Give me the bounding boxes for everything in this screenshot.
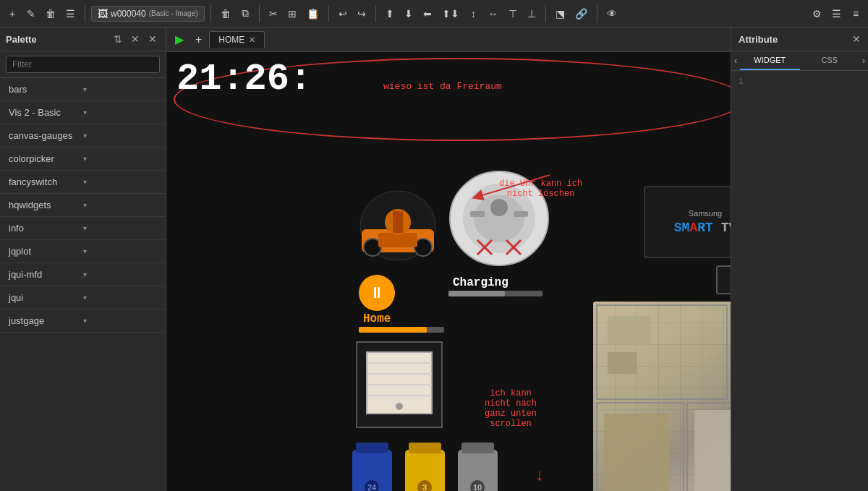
vacuum-robot[interactable] [448, 168, 550, 269]
garage-door-widget[interactable] [356, 341, 443, 428]
letter-a-widget[interactable]: A • [716, 265, 731, 294]
tab-widget-label[interactable]: 🖼 w000040 (Basic - Image) [91, 6, 205, 22]
ext-btn[interactable]: 🔗 [571, 4, 591, 23]
svg-rect-6 [393, 211, 403, 233]
align-btn-8[interactable]: ⊥ [524, 4, 540, 23]
svg-rect-12 [514, 211, 528, 217]
palette-item-canvas-gauges[interactable]: canvas-gauges ▾ [0, 124, 166, 148]
canvas-viewport[interactable]: 21:26: wieso ist da Freiraum [166, 52, 731, 491]
trash-bin-yellow[interactable]: 3 [401, 435, 448, 491]
svg-rect-36 [356, 443, 388, 453]
attr-prev-btn[interactable]: ‹ [731, 51, 740, 70]
list-btn-2[interactable]: ≡ [848, 4, 864, 23]
palette-item-vis2basic[interactable]: Vis 2 - Basic ▾ [0, 101, 166, 124]
svg-point-10 [490, 199, 508, 216]
tab-close-btn[interactable]: ✕ [249, 35, 255, 45]
palette-panel: Palette ⇅ ✕ ✕ bars ▾ Vis 2 - Basic ▾ can… [0, 27, 166, 491]
eye-btn[interactable]: 👁 [603, 4, 621, 23]
charging-label: Charging [453, 276, 509, 289]
gear-toolbar-btn[interactable]: ⚙ [809, 4, 825, 23]
attr-close-btn[interactable]: ✕ [852, 33, 861, 45]
separator-7 [597, 5, 597, 22]
export-btn[interactable]: ⬔ [552, 4, 569, 23]
align-btn-2[interactable]: ⬇ [401, 4, 417, 23]
dashboard-clock: 21:26: [176, 58, 312, 101]
mower-widget[interactable] [354, 182, 441, 269]
align-btn-3[interactable]: ⬅ [420, 4, 435, 23]
align-btn-5[interactable]: ↕ [466, 4, 482, 23]
main-layout: Palette ⇅ ✕ ✕ bars ▾ Vis 2 - Basic ▾ can… [0, 27, 868, 491]
svg-rect-27 [694, 410, 731, 491]
palette-sort-btn[interactable]: ⇅ [111, 32, 125, 46]
chevron-icon: ▾ [83, 201, 158, 209]
palette-item-label: colorpicker [9, 153, 83, 164]
play-canvas-btn[interactable]: ▶ [171, 31, 188, 48]
svg-rect-11 [470, 211, 485, 217]
toolbar: + ✎ 🗑 ☰ 🖼 w000040 (Basic - Image) 🗑 ⧉ ✂ … [0, 0, 868, 27]
svg-rect-40 [409, 443, 441, 453]
undo-button[interactable]: ↩ [335, 4, 351, 23]
separator-2 [210, 5, 211, 22]
paste-button[interactable]: 📋 [303, 4, 323, 23]
svg-rect-26 [604, 414, 669, 491]
palette-item-colorpicker[interactable]: colorpicker ▾ [0, 148, 166, 171]
delete2-button[interactable]: 🗑 [217, 4, 234, 23]
add-canvas-btn[interactable]: + [191, 32, 206, 48]
separator-3 [259, 5, 260, 22]
palette-item-label: bars [9, 84, 83, 95]
palette-item-justgage[interactable]: justgage ▾ [0, 309, 166, 333]
trash-bin-blue[interactable]: 24 [349, 435, 396, 491]
trash-bin-brown[interactable]: 10 [454, 435, 501, 491]
palette-item-hqwidgets[interactable]: hqwidgets ▾ [0, 194, 166, 217]
floorplan-widget[interactable] [593, 302, 731, 491]
align-btn-4[interactable]: ⬆⬇ [438, 4, 463, 23]
palette-filter-area [0, 51, 166, 78]
separator-4 [328, 5, 329, 22]
palette-item-label: canvas-gauges [9, 130, 83, 141]
attr-content: 1 [731, 71, 868, 491]
palette-item-jqui-mfd[interactable]: jqui-mfd ▾ [0, 263, 166, 286]
chevron-icon: ▾ [83, 317, 158, 325]
chevron-icon: ▾ [83, 178, 158, 186]
pause-button[interactable]: ⏸ [359, 275, 395, 311]
palette-item-jqplot[interactable]: jqplot ▾ [0, 240, 166, 263]
cut-button[interactable]: ✂ [265, 4, 281, 23]
palette-item-bars[interactable]: bars ▾ [0, 78, 166, 101]
align-btn-1[interactable]: ⬆ [382, 4, 398, 23]
redo-button[interactable]: ↪ [354, 4, 370, 23]
attr-next-btn[interactable]: › [859, 51, 868, 70]
align-btn-6[interactable]: ↔ [485, 4, 502, 23]
attr-tab-widget[interactable]: WIDGET [740, 51, 800, 70]
svg-rect-22 [608, 316, 651, 345]
dashboard[interactable]: 21:26: wieso ist da Freiraum [166, 52, 731, 491]
list-btn-1[interactable]: ☰ [828, 4, 845, 23]
palette-title: Palette [6, 34, 108, 45]
menu-button[interactable]: ☰ [62, 4, 79, 23]
add-button[interactable]: + [4, 4, 20, 23]
trash-bins-area: 24 3 [349, 435, 501, 491]
copy2-button[interactable]: ⊞ [284, 4, 300, 23]
svg-text:10: 10 [473, 483, 482, 491]
palette-collapse-btn[interactable]: ✕ [128, 32, 142, 46]
svg-rect-23 [608, 352, 637, 374]
separator-6 [545, 5, 546, 22]
home-tab[interactable]: HOME ✕ [209, 31, 265, 48]
palette-filter-input[interactable] [6, 56, 160, 73]
edit-button[interactable]: ✎ [23, 4, 39, 23]
scrollen-annotation: ich kann nicht nach ganz unten scrollen [485, 388, 537, 429]
delete-button[interactable]: 🗑 [42, 4, 59, 23]
palette-item-label: jqplot [9, 246, 83, 257]
attr-tab-css[interactable]: CSS [800, 51, 860, 70]
chevron-icon: ▾ [83, 132, 158, 140]
palette-item-label: jqui-mfd [9, 269, 83, 280]
palette-item-jqui[interactable]: jqui ▾ [0, 286, 166, 309]
chevron-icon: ▾ [83, 294, 158, 302]
align-btn-7[interactable]: ⊤ [505, 4, 521, 23]
tv-widget[interactable]: Samsung SMART TV [644, 186, 731, 258]
palette-item-fancyswitch[interactable]: fancyswitch ▾ [0, 171, 166, 194]
tv-brand-label: Samsung [689, 209, 722, 218]
palette-close-btn[interactable]: ✕ [145, 32, 160, 46]
palette-item-info[interactable]: info ▾ [0, 217, 166, 240]
copy-button[interactable]: ⧉ [237, 4, 253, 23]
svg-rect-44 [461, 443, 494, 453]
